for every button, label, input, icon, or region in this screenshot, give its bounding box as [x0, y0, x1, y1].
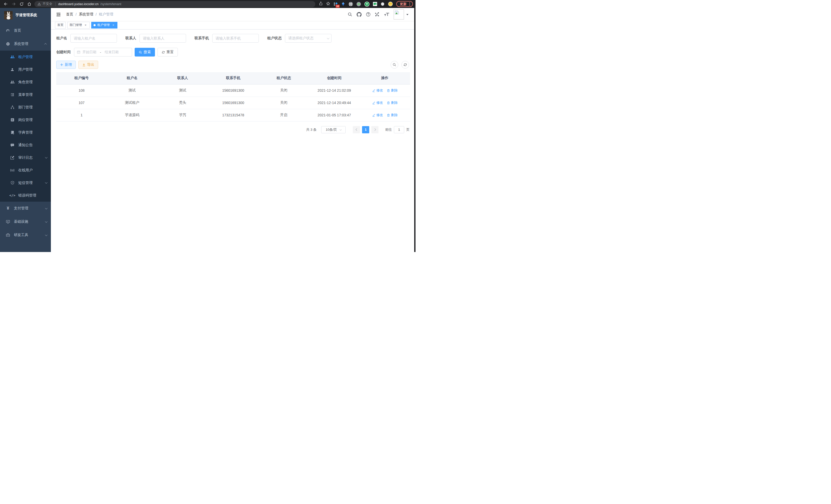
help-icon[interactable]: [366, 12, 371, 17]
tab[interactable]: 首页: [55, 22, 66, 29]
home-icon[interactable]: [27, 2, 31, 6]
browser-update-button[interactable]: 更新: [396, 1, 413, 7]
sidebar-item[interactable]: 字典管理: [0, 126, 51, 139]
export-button[interactable]: 导出: [78, 61, 98, 69]
cell-contact: 测试: [157, 84, 208, 97]
sidebar-item[interactable]: 用户管理: [0, 63, 51, 76]
close-icon[interactable]: ×: [84, 23, 87, 27]
goto-page-input[interactable]: [394, 126, 404, 133]
extensions-puzzle-icon[interactable]: [380, 2, 385, 6]
tenant-table: 租户编号 租户名 联系人 联系手机 租户状态 创建时间 操作 108 测试: [56, 72, 410, 121]
next-page-button[interactable]: [371, 126, 378, 133]
edit-pencil-icon: [372, 114, 375, 117]
sidebar-item[interactable]: 系统管理: [0, 37, 51, 51]
current-page[interactable]: 1: [362, 126, 369, 133]
show-search-toggle-button[interactable]: [391, 61, 398, 68]
search-icon: [139, 51, 142, 54]
extension-command-icon[interactable]: [348, 2, 353, 6]
tab[interactable]: 租户管理 ×: [91, 22, 117, 29]
add-button[interactable]: 新增: [56, 61, 76, 69]
edit-link[interactable]: 修改: [372, 113, 383, 117]
sidebar-item[interactable]: ¥ 支付管理: [0, 202, 51, 215]
sidebar-item[interactable]: 审计日志: [0, 151, 51, 164]
extension-dot-icon[interactable]: [356, 2, 361, 6]
prev-page-button[interactable]: [353, 126, 360, 133]
sidebar-item-label: 研发工具: [14, 233, 45, 237]
address-bar[interactable]: 不安全 dashboard.yudao.iocoder.cn/system/te…: [34, 1, 315, 7]
contact-input[interactable]: [140, 34, 186, 42]
top-navbar: 首页 / 系统管理 / 租户管理: [51, 8, 416, 21]
sidebar-item-label: 通知公告: [18, 143, 47, 147]
extension-blocks-icon[interactable]: 10: [334, 2, 338, 6]
sidebar-item[interactable]: 通知公告: [0, 139, 51, 151]
date-range-picker[interactable]: 开始日期 - 结束日期: [74, 48, 132, 57]
sidebar-item[interactable]: 首页: [0, 24, 51, 37]
status-label: 租户状态: [267, 36, 282, 40]
delete-link[interactable]: 删除: [387, 100, 398, 105]
sidebar-item[interactable]: 研发工具: [0, 228, 51, 242]
extension-chat-icon[interactable]: [373, 2, 377, 6]
sidebar-item[interactable]: 角色管理: [0, 76, 51, 88]
fullscreen-icon[interactable]: [375, 12, 379, 17]
date-separator: -: [100, 50, 101, 54]
sidebar-item[interactable]: </> 错误码管理: [0, 189, 51, 202]
trash-icon: [387, 114, 390, 117]
tag-tabs: 首页 部门管理 × 租户管理 ×: [51, 21, 416, 30]
total-count: 共 3 条: [306, 127, 317, 132]
gear-icon: [5, 42, 11, 46]
sidebar-item-label: 租户管理: [18, 55, 47, 59]
delete-link[interactable]: 删除: [387, 88, 398, 93]
page-unit-label: 页: [406, 127, 409, 132]
edit-link[interactable]: 修改: [372, 100, 383, 105]
back-icon[interactable]: [4, 2, 8, 6]
breadcrumb-home[interactable]: 首页: [66, 12, 73, 17]
sidebar-item-label: 在线用户: [18, 168, 47, 173]
sidebar-item-label: 角色管理: [18, 80, 47, 85]
extension-y-icon[interactable]: [364, 2, 370, 7]
breadcrumb-system[interactable]: 系统管理: [79, 12, 93, 17]
download-icon: [82, 63, 86, 66]
tab[interactable]: 部门管理 ×: [67, 22, 90, 29]
dashboard-icon: [5, 29, 11, 33]
plus-icon: [60, 63, 63, 66]
share-icon[interactable]: [319, 2, 323, 6]
reload-icon[interactable]: [20, 2, 24, 6]
sidebar-item[interactable]: 租户管理: [0, 51, 51, 63]
github-icon[interactable]: [357, 12, 362, 17]
col-tenant-id: 租户编号: [56, 72, 107, 84]
user-avatar-menu[interactable]: [394, 9, 409, 20]
bookmark-star-icon[interactable]: [326, 2, 330, 7]
search-button[interactable]: 搜索: [135, 48, 155, 57]
page-size-select[interactable]: 10条/页: [321, 126, 346, 133]
cell-contact: 芋艿: [157, 109, 208, 121]
search-icon[interactable]: [348, 12, 352, 17]
mobile-input[interactable]: [212, 34, 259, 42]
sidebar-item[interactable]: 岗位管理: [0, 114, 51, 126]
edit-link[interactable]: 修改: [372, 88, 383, 93]
tree-menu-icon: [9, 93, 15, 97]
extension-badge: 10: [336, 5, 340, 8]
font-size-icon[interactable]: [384, 12, 389, 17]
forward-icon[interactable]: [11, 2, 16, 6]
sidebar-item[interactable]: 短信管理: [0, 176, 51, 189]
edit-pencil-icon: [372, 101, 375, 105]
refresh-table-button[interactable]: [401, 61, 409, 68]
sidebar-item[interactable]: 部门管理: [0, 101, 51, 114]
reset-button[interactable]: 重置: [157, 48, 178, 57]
hamburger-icon[interactable]: [55, 12, 62, 17]
delete-link[interactable]: 删除: [387, 113, 398, 117]
cell-created: 2021-12-14 20:49:44: [309, 97, 360, 109]
search-button-label: 搜索: [144, 50, 151, 55]
trash-icon: [387, 101, 390, 105]
sidebar-item[interactable]: 基础设施: [0, 215, 51, 228]
tenant-name-input[interactable]: [70, 34, 117, 42]
sidebar-item[interactable]: 在线用户: [0, 164, 51, 176]
sidebar-item[interactable]: 菜单管理: [0, 88, 51, 101]
status-select[interactable]: 请选择租户状态: [285, 34, 332, 42]
app-logo-row[interactable]: 芋道管理系统: [0, 8, 51, 22]
close-icon[interactable]: ×: [112, 23, 115, 27]
chevron-down-icon: [327, 37, 329, 39]
extension-kite-icon[interactable]: [341, 2, 345, 6]
profile-avatar-icon[interactable]: [388, 2, 393, 6]
sidebar: 芋道管理系统 首页 系统管理 租户管理: [0, 8, 51, 252]
